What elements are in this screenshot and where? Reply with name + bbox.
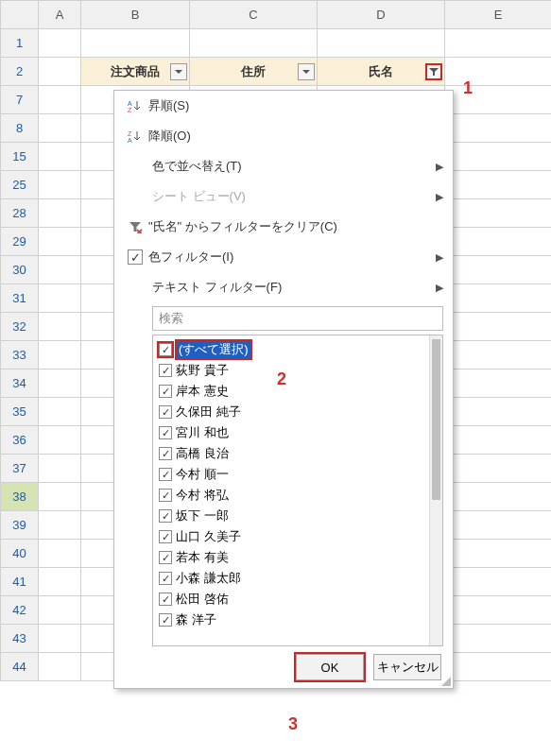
cell[interactable] (39, 653, 81, 681)
cell[interactable] (39, 29, 81, 58)
checkbox-icon[interactable]: ✓ (159, 489, 172, 502)
row-head[interactable]: 32 (1, 313, 39, 341)
checkbox-icon[interactable]: ✓ (159, 613, 172, 627)
row-head[interactable]: 7 (1, 86, 39, 114)
cell[interactable] (39, 58, 81, 86)
filter-dropdown-button[interactable] (425, 63, 442, 80)
cell[interactable] (445, 58, 552, 86)
filter-item[interactable]: ✓若本 有美 (159, 547, 429, 568)
cell[interactable] (445, 369, 552, 398)
color-filter[interactable]: ✓ 色フィルター(I) ▶ (114, 242, 453, 272)
filter-item[interactable]: ✓高橋 良治 (159, 443, 429, 464)
cell[interactable] (445, 596, 552, 625)
row-head[interactable]: 29 (1, 228, 39, 256)
cell[interactable] (39, 86, 81, 114)
cell[interactable] (445, 199, 552, 228)
row-head[interactable]: 1 (1, 29, 39, 58)
row-head[interactable]: 34 (1, 369, 39, 398)
filter-item[interactable]: ✓山口 久美子 (159, 526, 429, 547)
checkbox-icon[interactable]: ✓ (159, 509, 172, 523)
row-head[interactable]: 31 (1, 284, 39, 313)
cell[interactable] (39, 511, 81, 540)
cell[interactable] (445, 171, 552, 199)
cell[interactable] (39, 313, 81, 341)
cell[interactable] (445, 29, 552, 58)
filter-item[interactable]: ✓小森 謙太郎 (159, 568, 429, 589)
cell[interactable] (445, 86, 552, 114)
row-head[interactable]: 2 (1, 58, 39, 86)
row-head[interactable]: 42 (1, 596, 39, 625)
checkbox-icon[interactable]: ✓ (159, 364, 172, 377)
cell[interactable] (190, 29, 318, 58)
checkbox-icon[interactable]: ✓ (159, 593, 172, 606)
cell[interactable] (39, 171, 81, 199)
filter-item[interactable]: ✓今村 将弘 (159, 485, 429, 506)
checkbox-icon[interactable]: ✓ (159, 551, 172, 564)
filter-search-input[interactable]: 検索 (152, 306, 443, 331)
cell[interactable] (39, 228, 81, 256)
row-head[interactable]: 43 (1, 625, 39, 653)
cell[interactable] (39, 483, 81, 511)
cell[interactable] (445, 511, 552, 540)
list-scrollbar[interactable] (429, 335, 442, 645)
filter-item[interactable]: ✓坂下 一郎 (159, 506, 429, 526)
col-head-D[interactable]: D (318, 1, 445, 29)
cell[interactable] (445, 625, 552, 653)
sort-by-color[interactable]: 色で並べ替え(T) ▶ (114, 151, 453, 181)
cell[interactable] (39, 568, 81, 596)
filter-item[interactable]: ✓森 洋子 (159, 610, 429, 630)
scrollbar-thumb[interactable] (432, 339, 440, 500)
cell[interactable] (39, 625, 81, 653)
checkbox-icon[interactable]: ✓ (159, 447, 172, 460)
cell[interactable] (318, 29, 445, 58)
checkbox-icon[interactable]: ✓ (159, 405, 172, 419)
cell[interactable] (445, 114, 552, 143)
filter-item[interactable]: ✓宮川 和也 (159, 422, 429, 443)
cell[interactable] (39, 426, 81, 455)
row-head[interactable]: 44 (1, 653, 39, 681)
cell[interactable] (39, 143, 81, 171)
row-head[interactable]: 38 (1, 483, 39, 511)
cell[interactable] (445, 313, 552, 341)
resize-grip-icon[interactable] (441, 677, 451, 686)
cell[interactable]: 注文商品 (81, 58, 190, 86)
cell[interactable] (445, 455, 552, 483)
cell[interactable] (445, 341, 552, 369)
filter-item[interactable]: ✓岸本 憲史 (159, 381, 429, 402)
col-head-C[interactable]: C (190, 1, 318, 29)
cell[interactable] (445, 540, 552, 568)
row-head[interactable]: 41 (1, 568, 39, 596)
filter-item[interactable]: ✓久保田 純子 (159, 402, 429, 422)
cell[interactable] (39, 369, 81, 398)
col-head-B[interactable]: B (81, 1, 190, 29)
row-head[interactable]: 33 (1, 341, 39, 369)
cell[interactable]: 氏名 (318, 58, 445, 86)
cell[interactable] (39, 455, 81, 483)
filter-item[interactable]: ✓今村 順一 (159, 464, 429, 485)
filter-item-select-all[interactable]: ✓(すべて選択) (159, 339, 429, 360)
text-filter[interactable]: テキスト フィルター(F) ▶ (114, 272, 453, 302)
cell[interactable] (39, 596, 81, 625)
checkbox-icon[interactable]: ✓ (159, 385, 172, 398)
row-head[interactable]: 36 (1, 426, 39, 455)
row-head[interactable]: 30 (1, 256, 39, 284)
col-head-E[interactable]: E (445, 1, 552, 29)
cell[interactable] (445, 426, 552, 455)
filter-dropdown-button[interactable] (298, 63, 315, 80)
checkbox-icon[interactable]: ✓ (159, 572, 172, 585)
cell[interactable] (39, 199, 81, 228)
cancel-button[interactable]: キャンセル (373, 654, 441, 680)
cell[interactable] (445, 228, 552, 256)
cell[interactable] (445, 284, 552, 313)
cell[interactable] (39, 256, 81, 284)
cell[interactable] (445, 256, 552, 284)
checkbox-icon[interactable]: ✓ (159, 468, 172, 481)
filter-dropdown-button[interactable] (170, 63, 187, 80)
sort-desc[interactable]: ZA 降順(O) (114, 121, 453, 151)
cell[interactable]: 住所 (190, 58, 318, 86)
row-head[interactable]: 28 (1, 199, 39, 228)
filter-item[interactable]: ✓荻野 貴子 (159, 360, 429, 381)
checkbox-icon[interactable]: ✓ (159, 343, 172, 356)
row-head[interactable]: 39 (1, 511, 39, 540)
row-head[interactable]: 35 (1, 398, 39, 426)
